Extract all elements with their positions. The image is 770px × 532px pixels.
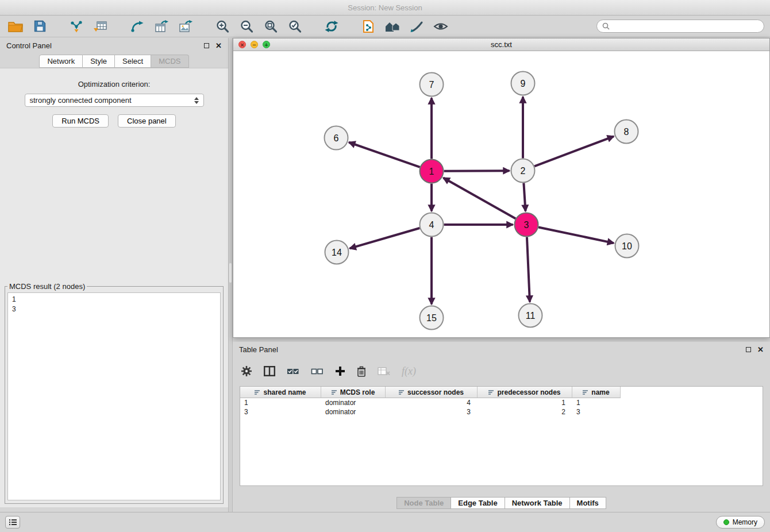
table-cell: 1 [572,398,621,407]
show-hide-button[interactable] [431,17,451,36]
search-input[interactable] [613,22,759,30]
zoom-selected-button[interactable] [285,17,305,36]
graph-node-8[interactable]: 8 [615,120,638,144]
export-image-button[interactable] [176,17,195,36]
close-panel-button[interactable]: Close panel [118,114,176,128]
unchecked-boxes-icon [311,367,324,376]
node-table-body: 1dominator4113dominator323 [240,398,763,417]
select-all-columns-button[interactable] [287,362,299,380]
table-panel: Table Panel ✕ [233,342,770,512]
delete-column-button[interactable] [357,362,366,380]
sort-icon [488,390,494,395]
optimization-select[interactable]: strongly connected component [25,94,204,107]
graph-node-14[interactable]: 14 [325,241,349,264]
home-button[interactable] [383,17,402,36]
export-table-button[interactable] [152,17,171,36]
graph-node-label: 15 [426,313,437,323]
graph-edge-2-8[interactable] [534,136,614,166]
refresh-view-button[interactable] [322,17,341,36]
zoom-fit-button[interactable] [261,17,280,36]
graph-edge-3-11[interactable] [527,237,530,302]
graph-node-11[interactable]: 11 [519,304,542,327]
export-network-icon [130,20,144,33]
open-file-browser-button[interactable] [359,17,378,36]
table-row[interactable]: 3dominator323 [240,407,763,417]
graph-node-4[interactable]: 4 [420,213,444,237]
table-row[interactable]: 1dominator411 [240,398,763,407]
create-column-button[interactable] [335,362,345,380]
control-panel-header: Control Panel ✕ [0,38,228,53]
graph-node-9[interactable]: 9 [511,72,535,95]
graph-edge-1-6[interactable] [349,142,420,167]
tab-motifs[interactable]: Motifs [570,497,606,509]
table-cell: 3 [386,407,478,417]
float-panel-icon[interactable] [204,43,209,48]
delete-table-button[interactable] [378,362,390,380]
float-table-panel-icon[interactable] [746,347,751,352]
tab-node-table[interactable]: Node Table [396,497,451,509]
graph-node-3[interactable]: 3 [515,213,538,237]
close-window-button[interactable]: × [238,41,246,48]
zoom-out-button[interactable] [237,17,256,36]
main-toolbar [0,16,770,37]
graph-node-7[interactable]: 7 [420,73,444,97]
memory-button[interactable]: Memory [716,516,765,529]
network-window: × − + scc.txt 1234678910111415 [233,38,770,338]
divider-scroll-thumb[interactable] [229,263,232,283]
column-header-successor-nodes[interactable]: successor nodes [386,387,478,398]
import-table-button[interactable] [91,17,110,36]
graph-edge-2-3[interactable] [523,183,525,211]
function-builder-button[interactable]: f(x) [402,365,416,377]
zoom-window-button[interactable]: + [263,41,270,48]
graph-edge-3-1[interactable] [443,178,515,219]
graph-node-2[interactable]: 2 [511,159,535,183]
save-session-button[interactable] [30,17,49,36]
select-chevrons-icon [194,97,199,104]
tab-mcds[interactable]: MCDS [151,55,188,68]
tab-select[interactable]: Select [115,55,151,68]
graph-node-label: 9 [521,79,526,88]
table-cell: 1 [240,398,321,407]
unselect-all-columns-button[interactable] [311,362,324,380]
search-box[interactable] [596,20,764,33]
mcds-result-list[interactable]: 13 [7,292,221,500]
tab-network[interactable]: Network [39,55,83,68]
graph-node-1[interactable]: 1 [420,160,444,183]
run-mcds-button[interactable]: Run MCDS [52,114,109,128]
graph-node-15[interactable]: 15 [420,306,444,330]
graph-node-label: 7 [429,80,434,90]
style-button[interactable] [407,17,426,36]
minimize-window-button[interactable]: − [251,41,258,48]
tab-edge-table[interactable]: Edge Table [451,497,505,509]
column-header-shared-name[interactable]: shared name [240,387,321,398]
list-menu-icon [9,519,17,526]
graph-node-6[interactable]: 6 [325,126,348,150]
close-table-panel-icon[interactable]: ✕ [757,346,764,353]
network-canvas[interactable]: 1234678910111415 [233,51,769,337]
graph-edge-4-14[interactable] [350,228,420,248]
panel-menu-button[interactable] [5,516,20,529]
import-network-icon [70,20,83,33]
open-folder-icon [8,21,23,32]
column-header-name[interactable]: name [572,387,621,398]
trash-icon [357,366,366,377]
table-settings-button[interactable] [241,362,252,380]
node-table: shared nameMCDS rolesuccessor nodesprede… [240,386,763,486]
tab-network-table[interactable]: Network Table [505,497,570,509]
import-network-button[interactable] [67,17,86,36]
show-columns-button[interactable] [264,362,275,380]
column-header-predecessor-nodes[interactable]: predecessor nodes [478,387,572,398]
memory-status-icon [723,519,729,525]
graph-edge-3-10[interactable] [538,227,614,243]
zoom-fit-icon [264,20,278,33]
close-panel-icon[interactable]: ✕ [215,42,222,49]
export-network-button[interactable] [128,17,147,36]
delete-table-icon [378,367,390,376]
open-session-button[interactable] [6,17,25,36]
column-header-mcds-role[interactable]: MCDS role [321,387,386,398]
graph-edge-1-2[interactable] [444,171,509,171]
zoom-selected-icon [288,20,302,33]
graph-node-10[interactable]: 10 [615,234,639,258]
tab-style[interactable]: Style [83,55,115,68]
zoom-in-button[interactable] [213,17,232,36]
